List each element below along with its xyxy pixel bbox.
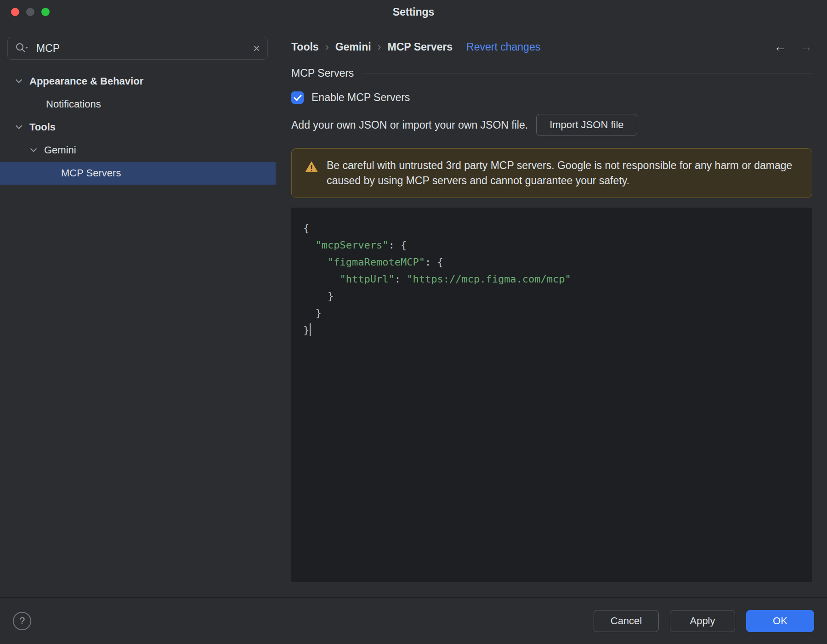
sidebar-item-label: Tools <box>29 121 56 133</box>
minimize-window-button[interactable] <box>26 8 34 16</box>
back-arrow-icon[interactable]: ← <box>774 40 787 54</box>
section-header: MCP Servers <box>291 67 812 79</box>
breadcrumb-gemini[interactable]: Gemini <box>335 41 371 53</box>
titlebar: Settings <box>0 0 827 24</box>
chevron-down-icon[interactable] <box>30 146 37 152</box>
search-icon[interactable] <box>15 42 29 54</box>
json-editor-code[interactable]: { "mcpServers": { "figmaRemoteMCP": { "h… <box>303 220 812 339</box>
settings-sidebar: × Appearance & Behavior Notifications To… <box>0 24 276 597</box>
warning-icon <box>305 161 318 175</box>
forward-arrow-icon: → <box>799 40 812 54</box>
sidebar-item-gemini[interactable]: Gemini <box>0 139 276 162</box>
enable-mcp-row[interactable]: Enable MCP Servers <box>291 91 812 104</box>
warning-banner: Be careful with untrusted 3rd party MCP … <box>291 148 812 198</box>
sidebar-item-tools[interactable]: Tools <box>0 116 276 139</box>
import-json-button[interactable]: Import JSON file <box>536 114 637 136</box>
help-button[interactable]: ? <box>13 612 31 630</box>
ok-button[interactable]: OK <box>746 610 814 632</box>
warning-text: Be careful with untrusted 3rd party MCP … <box>327 158 801 188</box>
section-title: MCP Servers <box>291 67 354 79</box>
settings-content: Tools › Gemini › MCP Servers Revert chan… <box>276 24 827 597</box>
import-json-row: Add your own JSON or import your own JSO… <box>291 114 812 136</box>
cancel-button[interactable]: Cancel <box>594 610 659 632</box>
revert-changes-link[interactable]: Revert changes <box>466 41 540 53</box>
window-title: Settings <box>393 6 435 18</box>
sidebar-item-mcp-servers[interactable]: MCP Servers <box>0 162 276 185</box>
apply-button[interactable]: Apply <box>670 610 735 632</box>
settings-tree: Appearance & Behavior Notifications Tool… <box>0 70 276 185</box>
zoom-window-button[interactable] <box>41 8 50 16</box>
breadcrumb-tools[interactable]: Tools <box>291 41 319 53</box>
breadcrumb: Tools › Gemini › MCP Servers Revert chan… <box>291 37 812 57</box>
enable-mcp-checkbox[interactable] <box>291 91 304 104</box>
search-field[interactable]: × <box>7 37 268 60</box>
sidebar-item-label: Gemini <box>44 144 76 156</box>
mcp-json-editor[interactable]: { "mcpServers": { "figmaRemoteMCP": { "h… <box>291 208 812 582</box>
footer-buttons: Cancel Apply OK <box>594 610 814 632</box>
add-json-text: Add your own JSON or import your own JSO… <box>291 119 528 131</box>
enable-mcp-label: Enable MCP Servers <box>312 91 410 104</box>
search-input[interactable] <box>36 42 253 55</box>
dialog-footer: ? Cancel Apply OK <box>0 597 827 644</box>
sidebar-item-notifications[interactable]: Notifications <box>0 93 276 116</box>
close-window-button[interactable] <box>11 8 19 16</box>
section-divider <box>362 73 812 73</box>
breadcrumb-separator: › <box>378 40 381 53</box>
clear-search-icon[interactable]: × <box>253 42 260 54</box>
sidebar-item-appearance-behavior[interactable]: Appearance & Behavior <box>0 70 276 93</box>
breadcrumb-mcp-servers: MCP Servers <box>388 41 453 53</box>
text-caret <box>310 323 311 336</box>
breadcrumb-separator: › <box>325 40 329 53</box>
sidebar-item-label: Notifications <box>46 98 101 110</box>
sidebar-item-label: Appearance & Behavior <box>29 75 143 87</box>
window-controls <box>11 8 50 16</box>
history-nav: ← → <box>774 40 812 54</box>
chevron-down-icon[interactable] <box>16 123 22 129</box>
chevron-down-icon[interactable] <box>16 77 22 83</box>
sidebar-item-label: MCP Servers <box>61 167 121 179</box>
